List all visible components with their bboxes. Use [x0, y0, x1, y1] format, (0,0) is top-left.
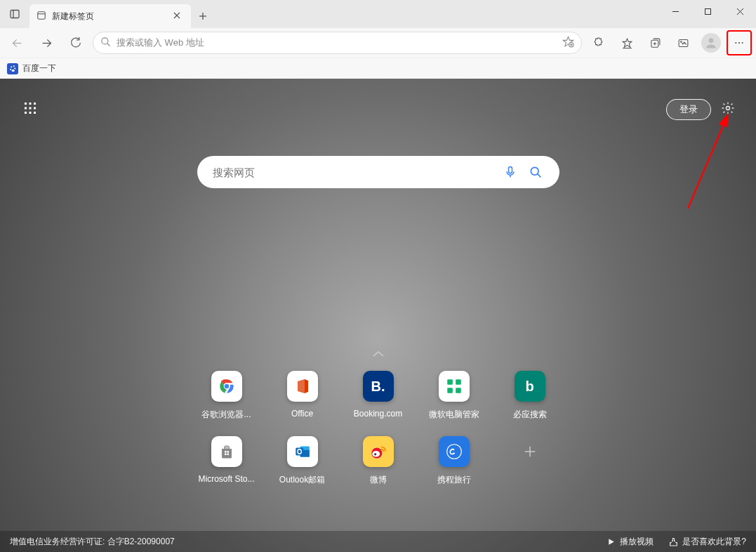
quick-link-tile[interactable]: b必应搜索 [492, 371, 568, 421]
svg-rect-42 [29, 112, 32, 114]
page-icon [37, 11, 46, 22]
tile-label: 谷歌浏览器... [201, 409, 251, 421]
bookmark-item[interactable]: 百度一下 [22, 63, 56, 74]
outlook-icon [287, 436, 318, 467]
tile-label: Office [291, 409, 313, 419]
quick-links-grid: 谷歌浏览器...OfficeB.Booking.com微软电脑管家b必应搜索Mi… [0, 371, 756, 486]
forward-button[interactable] [34, 30, 59, 55]
web-search-box[interactable] [197, 156, 559, 188]
svg-point-47 [531, 167, 538, 175]
tile-label: 微软电脑管家 [429, 409, 479, 421]
titlebar: 新建标签页 [0, 0, 756, 28]
settings-and-more-button[interactable] [727, 30, 752, 55]
quick-link-tile[interactable]: 微软电脑管家 [416, 371, 492, 421]
refresh-button[interactable] [63, 30, 88, 55]
app-launcher-button[interactable] [24, 102, 37, 117]
license-text: 增值电信业务经营许可证: 合字B2-20090007 [10, 536, 175, 548]
extensions-button[interactable] [586, 30, 611, 55]
svg-rect-59 [227, 454, 229, 456]
svg-rect-53 [456, 379, 461, 385]
add-quick-link-button[interactable] [492, 436, 568, 486]
new-tab-button[interactable] [191, 4, 215, 28]
svg-rect-0 [11, 11, 19, 18]
svg-line-15 [107, 43, 110, 46]
address-bar[interactable]: 搜索或输入 Web 地址 [93, 32, 582, 54]
tile-label: Booking.com [354, 409, 402, 419]
quick-link-tile[interactable]: B.Booking.com [340, 371, 416, 421]
svg-point-14 [102, 37, 108, 44]
like-background-button[interactable]: 是否喜欢此背景? [669, 536, 746, 548]
svg-point-26 [680, 41, 681, 41]
play-video-button[interactable]: 播放视频 [606, 536, 654, 548]
window-controls [659, 0, 756, 22]
quick-link-tile[interactable]: Office [265, 371, 340, 421]
close-window-button[interactable] [724, 0, 756, 22]
svg-marker-71 [609, 539, 615, 545]
expand-toggle-button[interactable] [0, 350, 756, 358]
address-placeholder: 搜索或输入 Web 地址 [117, 37, 557, 49]
svg-rect-58 [225, 454, 227, 456]
svg-rect-38 [25, 107, 27, 110]
tab-actions-button[interactable] [0, 0, 29, 28]
svg-rect-37 [34, 103, 36, 105]
quick-link-tile[interactable]: 携程旅行 [416, 436, 492, 486]
svg-rect-54 [447, 388, 453, 393]
ms-store-icon [211, 436, 242, 467]
minimize-button[interactable] [659, 0, 691, 22]
svg-rect-40 [34, 107, 36, 110]
maximize-button[interactable] [691, 0, 724, 22]
screenshot-button[interactable] [670, 30, 696, 55]
like-background-label: 是否喜欢此背景? [682, 536, 746, 548]
tile-label: Microsoft Sto... [198, 474, 254, 484]
collections-button[interactable] [642, 30, 668, 55]
quick-link-tile[interactable]: 谷歌浏览器... [189, 371, 265, 421]
login-label: 登录 [679, 103, 698, 116]
favorites-button[interactable] [614, 30, 639, 55]
weibo-icon [363, 436, 394, 467]
svg-rect-35 [25, 103, 27, 105]
svg-point-28 [735, 42, 736, 44]
tile-label: 必应搜索 [513, 409, 547, 421]
quick-link-tile[interactable]: Outlook邮箱 [265, 436, 340, 486]
svg-point-44 [727, 107, 730, 110]
login-button[interactable]: 登录 [666, 99, 711, 120]
booking-icon: B. [363, 371, 394, 402]
avatar-icon [701, 33, 721, 53]
search-input[interactable] [213, 166, 498, 178]
svg-rect-57 [227, 451, 229, 453]
svg-rect-9 [705, 8, 710, 14]
svg-rect-43 [34, 112, 36, 114]
svg-line-48 [537, 174, 541, 178]
svg-rect-2 [38, 11, 46, 19]
new-tab-page: 登录 谷歌浏览器...OfficeB.Booking.com微软电脑管家b必应搜… [0, 79, 756, 552]
back-button[interactable] [4, 30, 29, 55]
tile-label: 携程旅行 [437, 474, 471, 486]
pc-manager-icon [439, 371, 470, 402]
svg-point-27 [709, 38, 714, 43]
svg-rect-56 [225, 451, 227, 453]
svg-rect-45 [508, 167, 512, 173]
tile-label: 微博 [370, 474, 387, 486]
svg-rect-55 [456, 388, 461, 393]
add-favorite-icon[interactable] [562, 36, 574, 51]
quick-link-tile[interactable]: Microsoft Sto... [189, 436, 265, 486]
search-submit-button[interactable] [523, 165, 548, 179]
svg-point-67 [374, 453, 376, 455]
browser-tab[interactable]: 新建标签页 [29, 4, 191, 28]
svg-rect-36 [29, 103, 32, 105]
svg-point-30 [742, 42, 743, 44]
tab-title: 新建标签页 [52, 11, 164, 22]
tab-close-button[interactable] [170, 11, 184, 21]
office-icon [287, 371, 318, 402]
voice-search-button[interactable] [498, 165, 523, 179]
quick-link-tile[interactable]: 微博 [340, 436, 416, 486]
svg-point-29 [738, 42, 740, 44]
chrome-icon [211, 371, 242, 402]
profile-button[interactable] [698, 30, 724, 55]
svg-point-33 [10, 69, 11, 70]
page-settings-button[interactable] [721, 101, 735, 118]
svg-rect-39 [29, 107, 32, 110]
svg-point-34 [14, 67, 15, 69]
svg-point-31 [11, 66, 12, 67]
svg-marker-20 [623, 39, 632, 47]
